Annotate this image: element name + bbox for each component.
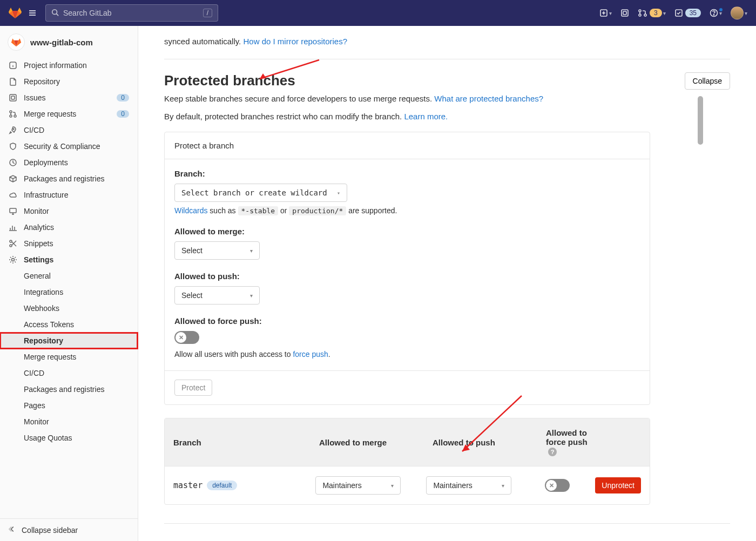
sidebar-sub-merge-requests[interactable]: Merge requests: [0, 349, 138, 365]
sidebar-item-label: Project information: [24, 61, 87, 70]
section-note: By default, protected branches restrict …: [164, 112, 730, 121]
user-menu[interactable]: ▾: [731, 6, 747, 19]
sidebar-item-monitor[interactable]: Monitor: [0, 203, 138, 219]
search-shortcut-hint: /: [203, 9, 212, 17]
sidebar-sub-webhooks[interactable]: Webhooks: [0, 300, 138, 316]
protected-branches-help-link[interactable]: What are protected branches?: [434, 94, 543, 103]
card-title: Protect a branch: [165, 132, 650, 159]
sidebar-sub-pages[interactable]: Pages: [0, 397, 138, 414]
row-merge-select[interactable]: Maintainers ▾: [315, 476, 401, 495]
issues-link[interactable]: [620, 9, 629, 17]
collapse-icon: [9, 525, 16, 535]
search-input[interactable]: [63, 9, 203, 17]
sidebar-sub-usage-quotas[interactable]: Usage Quotas: [0, 430, 138, 446]
scrollbar[interactable]: [697, 26, 704, 541]
help-dropdown[interactable]: ▾: [710, 9, 722, 17]
branch-name: master: [173, 481, 202, 490]
sidebar-item-project-information[interactable]: Project information: [0, 57, 138, 73]
sidebar-item-label: Access Tokens: [24, 320, 74, 329]
sidebar-item-packages[interactable]: Packages and registries: [0, 171, 138, 187]
sidebar-item-deployments[interactable]: Deployments: [0, 154, 138, 171]
sidebar-item-snippets[interactable]: Snippets: [0, 235, 138, 252]
sidebar-item-issues[interactable]: Issues 0: [0, 90, 138, 106]
svg-rect-8: [622, 10, 628, 16]
sidebar-item-merge-requests[interactable]: Merge requests 0: [0, 106, 138, 122]
sidebar: www-gitlab-com Project information Repos…: [0, 26, 138, 541]
desc-text: Keep stable branches secure and force de…: [164, 94, 434, 103]
branch-select[interactable]: Select branch or create wildcard ▾: [174, 184, 347, 202]
gitlab-logo-icon[interactable]: [9, 6, 22, 19]
sidebar-sub-monitor[interactable]: Monitor: [0, 414, 138, 430]
svg-point-3: [52, 9, 57, 14]
allowed-merge-select[interactable]: Select ▾: [174, 241, 260, 260]
sidebar-item-settings[interactable]: Settings: [0, 252, 138, 268]
hint-text-part: or: [278, 206, 289, 215]
unprotect-button[interactable]: Unprotect: [595, 477, 641, 493]
sidebar-item-analytics[interactable]: Analytics: [0, 219, 138, 235]
sidebar-item-label: Repository: [24, 77, 60, 86]
row-force-push-toggle[interactable]: ✕: [545, 479, 570, 492]
col-header-branch: Branch: [165, 418, 310, 466]
todos-count-badge: 35: [685, 9, 701, 17]
protect-button[interactable]: Protect: [174, 380, 212, 396]
scrollbar-thumb[interactable]: [698, 96, 703, 145]
sidebar-sub-cicd[interactable]: CI/CD: [0, 365, 138, 381]
force-push-link[interactable]: force push: [293, 350, 328, 359]
sidebar-sub-general[interactable]: General: [0, 268, 138, 284]
issue-icon: [620, 9, 629, 17]
collapse-sidebar-button[interactable]: Collapse sidebar: [0, 518, 138, 541]
sidebar-item-repository[interactable]: Repository: [0, 73, 138, 90]
hamburger-menu-icon[interactable]: [28, 9, 37, 17]
todos-link[interactable]: 35: [674, 9, 701, 17]
sidebar-sub-packages[interactable]: Packages and registries: [0, 381, 138, 397]
info-square-icon: [9, 61, 17, 70]
section-divider: [164, 523, 730, 524]
merge-requests-link[interactable]: 3 ▾: [638, 9, 666, 17]
gear-icon: [9, 255, 17, 264]
collapse-section-button[interactable]: Collapse: [685, 72, 730, 90]
sidebar-item-security[interactable]: Security & Compliance: [0, 138, 138, 154]
sidebar-item-label: Infrastructure: [24, 191, 68, 199]
note-text: By default, protected branches restrict …: [164, 112, 404, 121]
sidebar-sub-integrations[interactable]: Integrations: [0, 284, 138, 300]
create-new-dropdown[interactable]: ▾: [599, 9, 612, 17]
hint-text-part: .: [328, 350, 330, 359]
code-chip: production/*: [289, 206, 346, 215]
wildcards-link[interactable]: Wildcards: [174, 206, 207, 215]
sidebar-item-label: Packages and registries: [24, 174, 104, 183]
sidebar-item-label: Usage Quotas: [24, 434, 72, 442]
sidebar-item-infrastructure[interactable]: Infrastructure: [0, 187, 138, 203]
protected-branches-table: Branch Allowed to merge Allowed to push …: [164, 418, 650, 505]
mr-count-badge: 0: [117, 110, 129, 118]
mirror-help-link[interactable]: How do I mirror repositories?: [243, 37, 347, 46]
sidebar-item-label: Repository: [24, 336, 63, 345]
force-push-toggle[interactable]: ✕: [174, 331, 199, 344]
mr-count-badge: 3: [650, 9, 662, 17]
wildcards-hint: Wildcards such as *-stable or production…: [174, 206, 640, 215]
help-icon[interactable]: ?: [548, 448, 557, 456]
row-push-value: Maintainers: [433, 481, 472, 490]
cloud-icon: [9, 191, 17, 199]
notification-dot-icon: [719, 8, 723, 12]
project-name: www-gitlab-com: [30, 38, 93, 47]
sidebar-item-label: Settings: [24, 255, 53, 264]
issues-count-badge: 0: [117, 94, 129, 102]
allowed-push-label: Allowed to push:: [174, 272, 640, 281]
sidebar-item-label: Merge requests: [24, 110, 76, 118]
allowed-push-select[interactable]: Select ▾: [174, 286, 260, 305]
sidebar-item-label: Monitor: [24, 417, 49, 426]
svg-point-37: [12, 259, 15, 261]
learn-more-link[interactable]: Learn more.: [404, 112, 448, 121]
sidebar-item-cicd[interactable]: CI/CD: [0, 122, 138, 138]
chevron-down-icon: ▾: [391, 483, 394, 489]
svg-rect-9: [623, 11, 626, 15]
package-icon: [9, 174, 17, 183]
project-header[interactable]: www-gitlab-com: [0, 30, 138, 57]
sidebar-sub-repository[interactable]: Repository: [0, 333, 138, 349]
section-description: Keep stable branches secure and force de…: [164, 94, 730, 103]
search-input-wrapper[interactable]: /: [45, 4, 218, 22]
branch-label: Branch:: [174, 169, 640, 178]
sidebar-item-label: Pages: [24, 401, 45, 410]
row-push-select[interactable]: Maintainers ▾: [426, 476, 511, 495]
sidebar-sub-access-tokens[interactable]: Access Tokens: [0, 316, 138, 333]
